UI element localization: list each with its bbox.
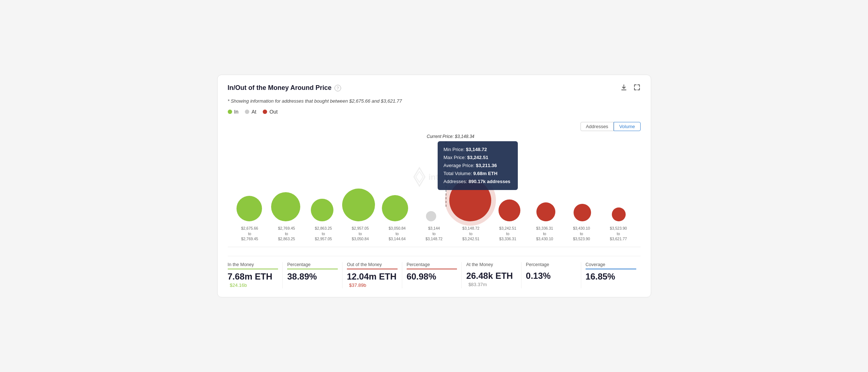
addresses-button[interactable]: Addresses [580,122,614,131]
legend-dot-gray [245,110,249,114]
stat-pct-gray-value: 0.13% [526,271,576,281]
stat-at-money-eth: 26.48k ETH [466,271,513,281]
bubble-9 [536,202,555,221]
stat-out-money-eth: 12.04m ETH [347,272,396,281]
stat-out-money-value: 12.04m ETH $37.89b [347,272,398,288]
stat-pct-red: Percentage 60.98% [402,262,462,288]
legend-at: At [245,109,256,115]
xaxis-label-3: $2,863.25to$2,957.05 [305,226,342,242]
bubble-col-3 [304,159,340,221]
xaxis: $2,675.66to$2,769.45 $2,769.45to$2,863.2… [228,226,641,242]
bubble-2 [271,192,300,221]
stat-out-money: Out of the Money 12.04m ETH $37.89b [343,262,402,288]
legend-in: In [228,109,239,115]
xaxis-label-11: $3,523.90to$3,621.77 [600,226,637,242]
current-price-label: Current Price: $3,148.34 [427,134,474,139]
divider [228,247,641,247]
stat-coverage-label: Coverage [586,262,636,269]
stat-at-money-value: 26.48k ETH $83.37m [466,271,517,288]
bubble-col-7 [449,159,491,221]
xaxis-label-8: $3,242.51to$3,336.31 [489,226,526,242]
stats-row: In the Money 7.68m ETH $24.16b Percentag… [228,256,641,288]
bubble-col-8 [491,159,528,221]
chart-controls: Addresses Volume [228,122,641,131]
main-card: In/Out of the Money Around Price ? * Sho… [217,75,651,297]
stat-pct-green-value: 38.89% [287,272,338,282]
bubble-col-2 [267,159,304,221]
bubble-3 [311,199,333,221]
header-left: In/Out of the Money Around Price ? [228,84,341,92]
xaxis-label-1: $2,675.66to$2,769.45 [231,226,268,242]
bubble-col-4 [340,159,377,221]
expand-icon[interactable] [633,84,641,92]
stat-out-money-label: Out of the Money [347,262,398,269]
bubble-6 [426,211,436,221]
legend-at-label: At [251,109,256,115]
stat-in-money-label: In the Money [228,262,278,269]
stat-pct-green-label: Percentage [287,262,338,269]
header-right [620,84,641,92]
bubble-1 [236,196,262,221]
bubble-col-11 [601,159,637,221]
bubble-col-6 [413,159,449,221]
bubble-8 [498,199,520,221]
stat-pct-red-label: Percentage [407,262,457,269]
legend-out: Out [263,109,278,115]
stat-at-money: At the Money 26.48k ETH $83.37m [462,262,521,288]
xaxis-label-2: $2,769.45to$2,863.25 [268,226,305,242]
bubble-5 [382,195,408,221]
stat-coverage-value: 16.85% [586,272,636,282]
bubbles-row [228,145,641,221]
bubble-4 [342,189,375,221]
legend-out-label: Out [269,109,278,115]
stat-pct-gray-label: Percentage [526,262,576,269]
xaxis-label-4: $2,957.05to$3,050.84 [342,226,379,242]
stat-at-money-label: At the Money [466,262,517,269]
bubble-col-5 [377,159,413,221]
bubble-col-1 [231,159,268,221]
stat-in-money-eth: 7.68m ETH [228,272,273,281]
legend: In At Out [228,109,641,115]
stat-in-money-value: 7.68m ETH $24.16b [228,272,278,288]
bubble-7 [449,179,491,221]
stat-coverage: Coverage 16.85% [581,262,641,288]
bubble-col-9 [528,159,564,221]
legend-dot-red [263,110,267,114]
volume-button[interactable]: Volume [614,122,640,131]
chart-area: Current Price: $3,148.34 intothe [228,134,641,221]
stat-in-money: In the Money 7.68m ETH $24.16b [228,262,283,288]
stat-at-money-usd: $83.37m [468,282,487,287]
legend-in-label: In [234,109,239,115]
xaxis-label-10: $3,430.10to$3,523.90 [563,226,600,242]
xaxis-label-6: $3,144to$3,148.72 [415,226,452,242]
xaxis-label-9: $3,336.31to$3,430.10 [526,226,563,242]
xaxis-label-7: $3,148.72to$3,242.51 [453,226,489,242]
page-title: In/Out of the Money Around Price [228,84,332,92]
stat-pct-green: Percentage 38.89% [283,262,343,288]
stat-out-money-usd: $37.89b [349,282,366,288]
xaxis-label-5: $3,050.84to$3,144.64 [379,226,415,242]
card-header: In/Out of the Money Around Price ? [228,84,641,92]
legend-dot-green [228,110,232,114]
bubble-col-10 [564,159,601,221]
bubble-11 [612,207,626,221]
stat-in-money-usd: $24.16b [230,282,247,288]
help-icon[interactable]: ? [335,85,341,91]
stat-pct-red-value: 60.98% [407,272,457,282]
subtitle: * Showing information for addresses that… [228,98,641,104]
bubble-10 [574,204,591,221]
stat-pct-gray: Percentage 0.13% [521,262,581,288]
download-icon[interactable] [620,84,627,92]
